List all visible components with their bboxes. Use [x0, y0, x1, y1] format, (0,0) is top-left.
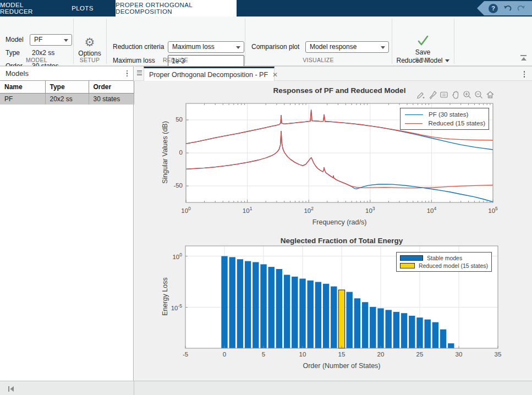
- section-label-save: SAVE: [392, 57, 454, 63]
- section-label-model: MODEL: [0, 57, 73, 63]
- models-panel-titlebar: Models: [0, 67, 133, 81]
- comparison-plot-dropdown[interactable]: Model response: [305, 41, 389, 53]
- datatips-icon[interactable]: [438, 89, 449, 100]
- tick-label: 10-5: [149, 303, 182, 311]
- tab-proper-orthogonal-decomposition[interactable]: PROPER ORTHOGONAL DECOMPOSITION: [116, 0, 237, 17]
- tick-label: 15: [338, 351, 345, 358]
- section-label-reduce: REDUCE: [106, 57, 245, 63]
- reduction-criteria-label: Reduction criteria: [113, 41, 164, 53]
- energy-chart-title: Neglected Fraction of Total Energy: [185, 237, 498, 245]
- dropdown-arrow-icon: [64, 39, 68, 42]
- tick-label: -5: [183, 351, 188, 358]
- legend-swatch-reduced: [400, 263, 415, 268]
- collapse-panel-icon[interactable]: [7, 386, 15, 392]
- tick-label: 50: [155, 116, 183, 123]
- zoom-out-icon[interactable]: [473, 89, 484, 100]
- tick-label: 30: [456, 351, 463, 358]
- help-icon[interactable]: ?: [489, 4, 498, 13]
- models-col-name[interactable]: Name: [0, 81, 45, 94]
- statusbar: [0, 381, 532, 395]
- tick-label: -50: [155, 182, 183, 189]
- dropdown-arrow-icon: [236, 46, 240, 49]
- collapse-ribbon-icon[interactable]: [520, 55, 527, 61]
- undo-icon[interactable]: [502, 4, 512, 13]
- save-reduced-model-button[interactable]: Save Reduced Model: [392, 34, 454, 69]
- tick-label: 103: [365, 206, 375, 214]
- model-label: Model: [6, 34, 24, 46]
- zoom-in-icon[interactable]: [462, 89, 472, 100]
- export-plot-icon[interactable]: [415, 89, 426, 100]
- energy-xlabel: Order (Number of States): [185, 362, 498, 370]
- tick-label: 0: [155, 149, 183, 156]
- restore-view-icon[interactable]: [485, 89, 495, 100]
- tick-label: 35: [495, 351, 502, 358]
- statusbar-divider: [134, 381, 134, 395]
- quick-access-toolbar: ?: [477, 1, 532, 15]
- tick-label: 25: [416, 351, 424, 358]
- gear-icon: ⚙: [85, 35, 95, 50]
- energy-ylabel: Energy Loss: [161, 264, 169, 330]
- response-xlabel: Frequency (rad/s): [186, 218, 493, 226]
- drag-grip-icon[interactable]: [137, 70, 142, 75]
- models-panel-title: Models: [6, 69, 29, 78]
- tab-plots[interactable]: PLOTS: [65, 0, 100, 17]
- section-label-visualize: VISUALIZE: [245, 57, 392, 63]
- comparison-plot-label: Comparison plot: [251, 41, 299, 53]
- figure-area: Responses of PF and Reduced Model Singul…: [134, 81, 532, 381]
- table-row[interactable]: PF 20x2 ss 30 states: [0, 94, 134, 105]
- ribbon-separator: [454, 19, 454, 64]
- tick-label: 20: [377, 351, 385, 358]
- brush-icon[interactable]: [427, 89, 437, 100]
- document-tabbar-menu-icon[interactable]: [524, 71, 525, 78]
- legend-swatch-stable: [400, 255, 423, 261]
- tick-label: 0: [223, 351, 226, 358]
- models-panel-menu-icon[interactable]: [127, 70, 128, 77]
- tick-label: 100: [181, 206, 191, 214]
- tick-label: 102: [304, 206, 314, 214]
- models-table: Name Type Order PF 20x2 ss 30 states: [0, 81, 134, 105]
- models-panel: Models Name Type Order PF 20x2 ss 30 sta…: [0, 66, 134, 381]
- document-tab-title: Proper Orthogonal Decomposition - PF: [149, 71, 268, 79]
- tab-model-reducer[interactable]: MODEL REDUCER: [0, 0, 56, 17]
- legend-line-reduced: [405, 123, 423, 124]
- tick-label: 5: [262, 351, 265, 358]
- document-tab[interactable]: Proper Orthogonal Decomposition - PF ✕: [144, 67, 275, 81]
- section-label-setup: SETUP: [73, 57, 106, 63]
- tick-label: 10: [299, 351, 306, 358]
- energy-legend[interactable]: Stable modes Reduced model (15 states): [396, 252, 492, 272]
- models-col-order[interactable]: Order: [89, 81, 134, 94]
- document-tabbar: Proper Orthogonal Decomposition - PF ✕: [134, 66, 532, 81]
- app-titlebar: MODEL REDUCER PLOTS PROPER ORTHOGONAL DE…: [0, 0, 532, 17]
- green-check-icon: [416, 34, 430, 47]
- legend-line-pf: [405, 114, 423, 115]
- tick-label: 105: [488, 206, 498, 214]
- models-col-type[interactable]: Type: [45, 81, 89, 94]
- model-dropdown[interactable]: PF: [30, 34, 72, 46]
- dropdown-arrow-icon: [381, 46, 385, 49]
- tick-label: 100: [149, 252, 182, 260]
- pan-icon[interactable]: [450, 89, 460, 100]
- redo-icon[interactable]: [517, 4, 526, 13]
- axes-toolbar: [415, 89, 495, 100]
- tick-label: 104: [427, 206, 437, 214]
- ribbon: Model PF Type 20x2 ss Order 30 states MO…: [0, 17, 532, 66]
- reduction-criteria-dropdown[interactable]: Maximum loss: [168, 41, 244, 53]
- close-icon[interactable]: ✕: [272, 71, 278, 79]
- response-legend[interactable]: PF (30 states) Reduced (15 states): [400, 108, 489, 130]
- tick-label: 101: [243, 206, 253, 214]
